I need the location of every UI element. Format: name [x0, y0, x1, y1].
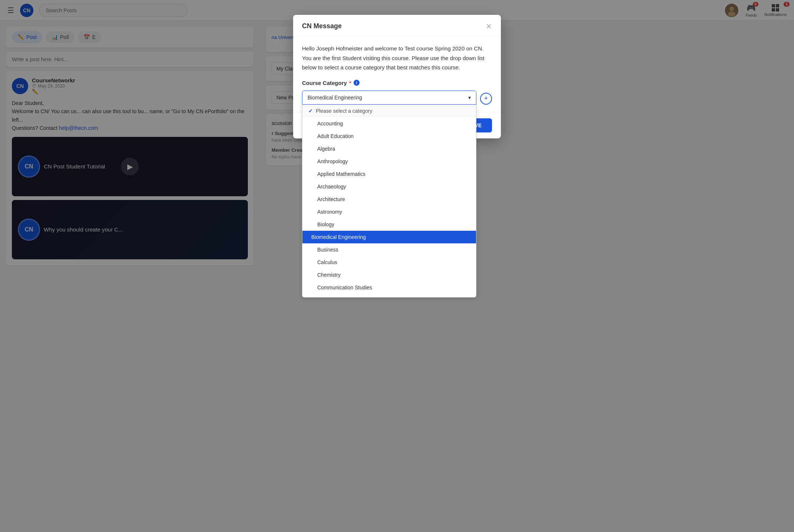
course-category-label: Course Category * i: [302, 80, 492, 86]
dropdown-item[interactable]: Biomedical Engineering: [302, 231, 476, 243]
dropdown-item[interactable]: Accounting: [302, 117, 476, 130]
add-category-button[interactable]: +: [480, 93, 492, 105]
dropdown-item[interactable]: Astronomy: [302, 206, 476, 218]
dropdown-selected-label: Biomedical Engineering: [308, 95, 362, 101]
dropdown-chevron-icon: ▾: [468, 95, 471, 101]
modal-message-text: Hello Joseph Hofmeister and welcome to T…: [302, 44, 492, 72]
dropdown-item[interactable]: Business: [302, 243, 476, 256]
dropdown-item[interactable]: Anthropology: [302, 155, 476, 168]
dropdown-item[interactable]: Applied Mathematics: [302, 168, 476, 180]
modal-overlay[interactable]: CN Message ✕ Hello Joseph Hofmeister and…: [0, 0, 794, 532]
modal-close-button[interactable]: ✕: [486, 23, 492, 30]
dropdown-item[interactable]: Adult Education: [302, 130, 476, 142]
dropdown-item[interactable]: Architecture: [302, 193, 476, 206]
modal-title: CN Message: [302, 22, 342, 30]
cn-message-modal: CN Message ✕ Hello Joseph Hofmeister and…: [293, 15, 501, 138]
required-star: *: [349, 80, 351, 86]
dropdown-list: ✓ Please select a category Accounting Ad…: [302, 105, 476, 298]
modal-header: CN Message ✕: [293, 15, 501, 36]
category-info-icon[interactable]: i: [354, 80, 360, 86]
dropdown-item[interactable]: Algebra: [302, 142, 476, 155]
dropdown-item[interactable]: Biology: [302, 218, 476, 231]
check-icon: ✓: [308, 108, 313, 114]
dropdown-wrapper: Biomedical Engineering ▾ ✓ Please select…: [302, 91, 492, 105]
modal-body: Hello Joseph Hofmeister and welcome to T…: [293, 36, 501, 112]
dropdown-container: Biomedical Engineering ▾ ✓ Please select…: [302, 91, 476, 105]
dropdown-item[interactable]: Communication Studies: [302, 281, 476, 294]
dropdown-item[interactable]: Chemistry: [302, 269, 476, 281]
dropdown-item[interactable]: ✓ Please select a category: [302, 105, 476, 117]
dropdown-selected[interactable]: Biomedical Engineering ▾: [302, 91, 476, 105]
dropdown-item[interactable]: Archaeology: [302, 180, 476, 193]
dropdown-item[interactable]: Calculus: [302, 256, 476, 269]
dropdown-item[interactable]: Computer Engineering: [302, 294, 476, 298]
